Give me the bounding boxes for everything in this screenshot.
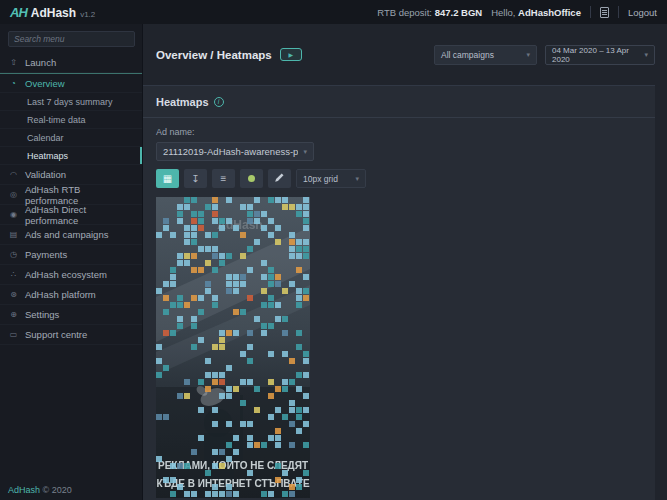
topbar: AH AdHash v1.2 RTB deposit: 847.2 BGN He… <box>0 0 667 24</box>
breadcrumb: Overview / Heatmaps <box>156 49 272 61</box>
sidebar-menu: ⇧Launch◔OverviewLast 7 days summaryReal-… <box>0 53 142 345</box>
sidebar-item-label: Payments <box>25 249 67 260</box>
search-input[interactable] <box>8 31 135 47</box>
heatmaps-panel: Heatmaps i Ad name: 21112019-AdHash-awar… <box>143 85 655 500</box>
play-tour-button[interactable]: ▶ <box>280 48 302 61</box>
sidebar-item-last-7-days-summary[interactable]: Last 7 days summary <box>0 93 142 111</box>
campaign-filter-select[interactable]: All campaigns ▾ <box>434 45 537 65</box>
greeting-prefix: Hello, <box>491 7 515 18</box>
divider <box>618 6 619 18</box>
sidebar-item-adhash-ecosystem[interactable]: ∴AdHash ecosystem <box>0 265 142 285</box>
sidebar-item-label: Real-time data <box>27 115 86 125</box>
grid-view-button[interactable]: ▦ <box>156 169 179 188</box>
logout-button[interactable]: Logout <box>628 7 657 18</box>
ad-name-label: Ad name: <box>156 127 642 137</box>
rtb-deposit-label: RTB deposit: <box>377 7 432 18</box>
main-content: Overview / Heatmaps ▶ All campaigns ▾ 04… <box>143 24 667 500</box>
username: AdHashOffice <box>518 7 581 18</box>
sidebar-item-overview[interactable]: ◔Overview <box>0 73 142 93</box>
toolbar-buttons: ▦↧≡ <box>156 169 291 188</box>
header-controls: All campaigns ▾ 04 Mar 2020 – 13 Apr 202… <box>434 45 655 65</box>
sidebar-item-label: Support centre <box>25 329 87 340</box>
document-icon[interactable] <box>600 7 609 18</box>
date-range-value: 04 Mar 2020 – 13 Apr 2020 <box>552 46 639 64</box>
main-header: Overview / Heatmaps ▶ All campaigns ▾ 04… <box>143 24 667 85</box>
ad-name-value: 21112019-AdHash-awareness-privacy... <box>163 146 298 157</box>
ads-campaigns-icon: ▤ <box>8 230 19 239</box>
sidebar-item-adhash-direct-performance[interactable]: ◉AdHash Direct performance <box>0 205 142 225</box>
list-icon: ≡ <box>221 173 227 184</box>
heatmap-toolbar: ▦↧≡ 10px grid ▾ <box>156 169 642 188</box>
panel-title: Heatmaps <box>156 96 209 108</box>
sidebar-item-label: Validation <box>25 169 66 180</box>
dot-icon <box>248 175 255 182</box>
date-range-select[interactable]: 04 Mar 2020 – 13 Apr 2020 ▾ <box>545 45 655 65</box>
sidebar-footer: AdHash © 2020 <box>8 485 72 495</box>
sidebar-item-real-time-data[interactable]: Real-time data <box>0 111 142 129</box>
sidebar-item-label: Last 7 days summary <box>27 97 113 107</box>
rtb-deposit: RTB deposit: 847.2 BGN <box>377 7 482 18</box>
direct-performance-icon: ◉ <box>8 210 19 219</box>
sidebar-item-validation[interactable]: ◠Validation <box>0 165 142 185</box>
divider <box>143 117 655 118</box>
overview-icon: ◔ <box>8 79 19 88</box>
play-icon: ▶ <box>288 51 293 58</box>
sidebar-item-label: Launch <box>25 57 56 68</box>
sidebar-item-calendar[interactable]: Calendar <box>0 129 142 147</box>
sidebar-item-label: Ads and campaigns <box>25 229 108 240</box>
chevron-down-icon: ▾ <box>303 148 307 156</box>
sidebar-item-ads-and-campaigns[interactable]: ▤Ads and campaigns <box>0 225 142 245</box>
edit-button[interactable] <box>268 169 291 188</box>
grid-size-select[interactable]: 10px grid ▾ <box>296 169 366 188</box>
support-icon: ▭ <box>8 330 19 339</box>
list-view-button[interactable]: ≡ <box>212 169 235 188</box>
grid-icon: ▦ <box>163 173 172 184</box>
campaign-filter-value: All campaigns <box>441 50 494 60</box>
sidebar-item-adhash-rtb-performance[interactable]: ◎AdHash RTB performance <box>0 185 142 205</box>
sidebar-item-label: Settings <box>25 309 59 320</box>
sidebar-item-label: AdHash platform <box>25 289 96 300</box>
chevron-down-icon: ▾ <box>526 51 530 59</box>
launch-icon: ⇧ <box>8 58 19 67</box>
platform-icon: ⊛ <box>8 290 19 299</box>
sidebar-item-label: Overview <box>25 78 65 89</box>
sidebar-item-launch[interactable]: ⇧Launch <box>0 53 142 73</box>
panel-title-row: Heatmaps i <box>156 96 642 108</box>
greeting: Hello, AdHashOffice <box>491 7 581 18</box>
sidebar-item-heatmaps[interactable]: Heatmaps <box>0 147 142 165</box>
heatmap-image <box>156 197 310 498</box>
validation-icon: ◠ <box>8 170 19 179</box>
sidebar-item-adhash-platform[interactable]: ⊛AdHash platform <box>0 285 142 305</box>
sidebar-item-label: Calendar <box>27 133 64 143</box>
sidebar-item-support-centre[interactable]: ▭Support centre <box>0 325 142 345</box>
chevron-down-icon: ▾ <box>644 51 648 59</box>
grid-size-value: 10px grid <box>303 174 338 184</box>
sidebar-item-settings[interactable]: ⊕Settings <box>0 305 142 325</box>
sidebar-item-label: AdHash RTB performance <box>25 184 134 206</box>
adhash-logo[interactable]: AH AdHash v1.2 <box>10 5 95 20</box>
download-icon: ↧ <box>191 173 199 184</box>
footer-brand-link[interactable]: AdHash <box>8 485 40 495</box>
logo-version: v1.2 <box>80 10 95 19</box>
adhash-logo-icon: AH <box>10 5 27 20</box>
download-button[interactable]: ↧ <box>184 169 207 188</box>
settings-icon: ⊕ <box>8 310 19 319</box>
chevron-down-icon: ▾ <box>355 175 359 183</box>
sidebar-item-label: Heatmaps <box>27 151 68 161</box>
payments-icon: ◷ <box>8 250 19 259</box>
sidebar-item-label: AdHash ecosystem <box>25 269 107 280</box>
rtb-performance-icon: ◎ <box>8 190 19 199</box>
pencil-icon <box>274 172 285 185</box>
sidebar-item-payments[interactable]: ◷Payments <box>0 245 142 265</box>
footer-copyright: © 2020 <box>43 485 72 495</box>
rtb-deposit-value: 847.2 BGN <box>435 7 483 18</box>
ad-name-select[interactable]: 21112019-AdHash-awareness-privacy... ▾ <box>156 142 314 161</box>
info-icon[interactable]: i <box>214 97 224 107</box>
dot-view-button[interactable] <box>240 169 263 188</box>
sidebar: ⇧Launch◔OverviewLast 7 days summaryReal-… <box>0 24 143 500</box>
sidebar-item-label: AdHash Direct performance <box>25 204 134 226</box>
topbar-right: RTB deposit: 847.2 BGN Hello, AdHashOffi… <box>377 6 657 18</box>
app-body: ⇧Launch◔OverviewLast 7 days summaryReal-… <box>0 24 667 500</box>
ecosystem-icon: ∴ <box>8 270 19 279</box>
divider <box>590 6 591 18</box>
